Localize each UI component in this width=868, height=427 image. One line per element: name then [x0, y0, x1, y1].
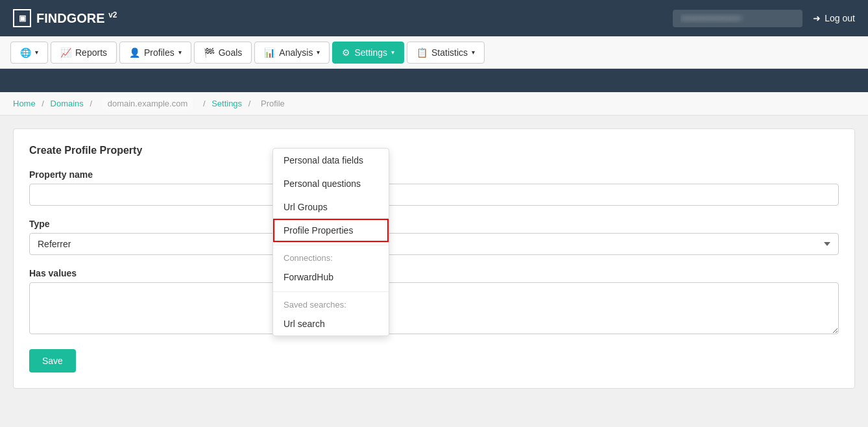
- nav-statistics-button[interactable]: 📋 Statistics ▾: [407, 42, 485, 64]
- logo-icon: ▣: [13, 9, 31, 27]
- create-profile-property-card: Create Profile Property Property name Ty…: [13, 128, 855, 389]
- type-group: Type Referrer Text Number Boolean: [29, 219, 839, 255]
- nav-globe-button[interactable]: 🌐 ▾: [10, 42, 48, 64]
- card-title: Create Profile Property: [29, 145, 839, 156]
- dropdown-profile-properties[interactable]: Profile Properties: [273, 219, 389, 242]
- type-select[interactable]: Referrer Text Number Boolean: [29, 233, 839, 255]
- property-name-label: Property name: [29, 169, 839, 180]
- save-button[interactable]: Save: [29, 349, 76, 372]
- breadcrumb-sep-4: /: [248, 99, 253, 108]
- statistics-icon: 📋: [416, 47, 428, 58]
- profiles-icon: 👤: [129, 47, 140, 58]
- dropdown-personal-data-fields[interactable]: Personal data fields: [273, 149, 389, 172]
- dropdown-url-groups[interactable]: Url Groups: [273, 195, 389, 219]
- nav-analysis-button[interactable]: 📊 Analysis ▾: [254, 42, 330, 64]
- has-values-label: Has values: [29, 268, 839, 278]
- statistics-caret-icon: ▾: [472, 49, 475, 56]
- breadcrumb-home[interactable]: Home: [13, 99, 36, 108]
- goals-icon: 🏁: [204, 47, 215, 58]
- dropdown-connections-category: Connections:: [273, 248, 389, 265]
- breadcrumb-sep-1: /: [42, 99, 46, 108]
- main-content: Create Profile Property Property name Ty…: [0, 116, 868, 402]
- analysis-label: Analysis: [279, 47, 313, 58]
- settings-caret-icon: ▾: [391, 49, 394, 56]
- reports-label: Reports: [75, 47, 107, 58]
- type-label: Type: [29, 219, 839, 229]
- has-values-group: Has values: [29, 268, 839, 336]
- property-name-group: Property name: [29, 169, 839, 206]
- property-name-input[interactable]: [29, 184, 839, 206]
- settings-icon: ⚙: [342, 47, 350, 58]
- breadcrumb: Home / Domains / domain.example.com / Se…: [0, 92, 868, 116]
- statistics-label: Statistics: [431, 47, 468, 58]
- globe-icon: 🌐: [20, 47, 31, 58]
- profiles-label: Profiles: [144, 47, 175, 58]
- reports-icon: 📈: [60, 47, 71, 58]
- dropdown-forwardhub[interactable]: ForwardHub: [273, 265, 389, 289]
- analysis-icon: 📊: [264, 47, 275, 58]
- has-values-textarea[interactable]: [29, 282, 839, 334]
- header-search-input[interactable]: [673, 10, 802, 27]
- nav-settings-button[interactable]: ⚙ Settings ▾: [332, 42, 404, 64]
- nav-reports-button[interactable]: 📈 Reports: [51, 42, 117, 64]
- logout-arrow-icon: ➜: [813, 13, 821, 23]
- app-name: FINDGORE v2: [36, 10, 117, 26]
- dropdown-divider-2: [273, 291, 389, 292]
- breadcrumb-current: Profile: [261, 99, 285, 108]
- breadcrumb-sep-3: /: [203, 99, 208, 108]
- breadcrumb-domains[interactable]: Domains: [51, 99, 84, 108]
- breadcrumb-sep-2: /: [90, 99, 94, 108]
- app-logo: ▣ FINDGORE v2: [13, 9, 117, 27]
- dropdown-divider-1: [273, 245, 389, 245]
- goals-label: Goals: [219, 47, 243, 58]
- settings-dropdown-menu: Personal data fields Personal questions …: [272, 148, 389, 336]
- dropdown-personal-questions[interactable]: Personal questions: [273, 172, 389, 195]
- breadcrumb-domain-value: domain.example.com: [102, 97, 193, 110]
- dropdown-url-search[interactable]: Url search: [273, 312, 389, 336]
- header-right: ➜ Log out: [673, 10, 855, 27]
- nav-profiles-button[interactable]: 👤 Profiles ▾: [119, 42, 191, 64]
- sub-header-bar: [0, 69, 868, 92]
- profiles-caret-icon: ▾: [178, 49, 182, 56]
- analysis-caret-icon: ▾: [317, 49, 320, 56]
- nav-goals-button[interactable]: 🏁 Goals: [194, 42, 252, 64]
- logout-button[interactable]: ➜ Log out: [813, 13, 855, 23]
- app-header: ▣ FINDGORE v2 ➜ Log out: [0, 0, 868, 36]
- main-navbar: 🌐 ▾ 📈 Reports 👤 Profiles ▾ 🏁 Goals 📊 Ana…: [0, 36, 868, 69]
- globe-caret-icon: ▾: [35, 49, 38, 56]
- logout-label: Log out: [825, 13, 855, 23]
- settings-label: Settings: [354, 47, 387, 58]
- breadcrumb-settings[interactable]: Settings: [211, 99, 242, 108]
- dropdown-saved-searches-category: Saved searches:: [273, 295, 389, 312]
